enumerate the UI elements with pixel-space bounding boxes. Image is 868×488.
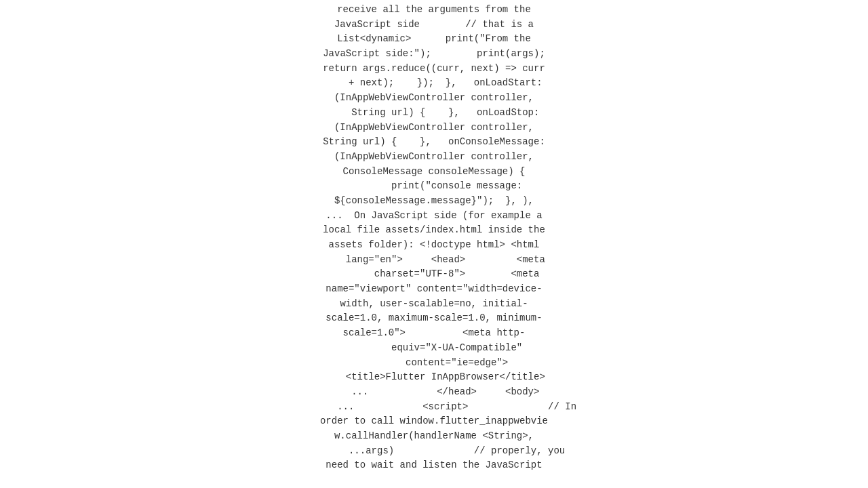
code-line: ConsoleMessage consoleMessage) { <box>217 165 651 180</box>
code-line: content="ie=edge"> <box>217 356 651 371</box>
code-line: JavaScript side // that is a <box>217 18 651 33</box>
code-line: ... </head> <body> <box>217 385 651 400</box>
code-line: order to call window.flutter_inappwebvie <box>217 414 651 429</box>
code-line: equiv="X-UA-Compatible" <box>217 341 651 356</box>
code-line: return args.reduce((curr, next) => curr <box>217 62 651 77</box>
code-line: (InAppWebViewController controller, <box>217 91 651 106</box>
code-line: need to wait and listen the JavaScript <box>217 458 651 473</box>
code-line: (InAppWebViewController controller, <box>217 121 651 136</box>
code-line: print("console message: <box>217 179 651 194</box>
code-line: ${consoleMessage.message}"); }, ), <box>217 194 651 209</box>
code-content: receive all the arguments from theJavaSc… <box>217 0 651 476</box>
code-line: scale=1.0"> <meta http- <box>217 326 651 341</box>
code-line: (InAppWebViewController controller, <box>217 150 651 165</box>
code-line: lang="en"> <head> <meta <box>217 253 651 268</box>
code-line: width, user-scalable=no, initial- <box>217 297 651 312</box>
code-line: assets folder): <!doctype html> <html <box>217 238 651 253</box>
code-line: charset="UTF-8"> <meta <box>217 267 651 282</box>
code-line: JavaScript side:"); print(args); <box>217 47 651 62</box>
code-line: + next); }); }, onLoadStart: <box>217 76 651 91</box>
code-line: ... <script> // In <box>217 400 651 415</box>
code-line: name="viewport" content="width=device- <box>217 282 651 297</box>
code-line: receive all the arguments from the <box>217 3 651 18</box>
code-line: String url) { }, onLoadStop: <box>217 106 651 121</box>
code-line: local file assets/index.html inside the <box>217 223 651 238</box>
code-container: receive all the arguments from theJavaSc… <box>0 0 868 488</box>
code-line: ... On JavaScript side (for example a <box>217 209 651 224</box>
code-line: String url) { }, onConsoleMessage: <box>217 135 651 150</box>
code-line: scale=1.0, maximum-scale=1.0, minimum- <box>217 311 651 326</box>
code-line: List<dynamic> print("From the <box>217 32 651 47</box>
code-line: ...args) // properly, you <box>217 444 651 459</box>
code-line: w.callHandler(handlerName <String>, <box>217 429 651 444</box>
code-line: <title>Flutter InAppBrowser</title> <box>217 370 651 385</box>
